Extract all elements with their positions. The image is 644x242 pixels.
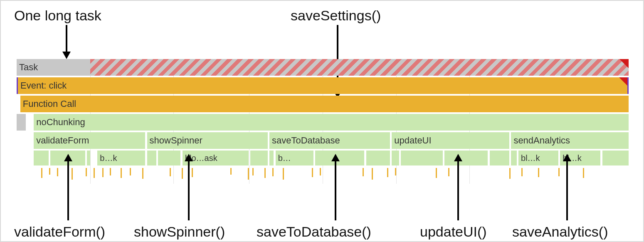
- sample-tick: [192, 168, 193, 177]
- leaf-bar[interactable]: [444, 151, 488, 165]
- task-label: Task: [19, 62, 38, 73]
- sample-tick: [94, 168, 95, 178]
- sample-tick: [72, 168, 73, 180]
- sample-tick: [252, 168, 254, 175]
- annotation-savetodatabase: saveToDatabase(): [257, 224, 371, 240]
- leaf-bar[interactable]: [511, 151, 516, 165]
- pre-gray-bar: [17, 114, 26, 131]
- svg-marker-1: [62, 52, 71, 59]
- function-bar-label: showSpinner: [150, 135, 202, 146]
- sample-tick: [395, 168, 396, 175]
- annotation-updateui: updateUI(): [420, 224, 487, 240]
- sample-tick: [121, 168, 122, 178]
- function-bar[interactable]: showSpinner: [147, 132, 268, 149]
- leaf-bar[interactable]: [158, 151, 180, 165]
- sample-tick: [248, 168, 249, 180]
- leaf-bar-label: bl…k: [521, 153, 540, 163]
- leaf-bar[interactable]: bl…k: [518, 151, 558, 165]
- leaf-bar[interactable]: [34, 151, 48, 165]
- sample-tick: [170, 168, 171, 176]
- sample-tick: [320, 168, 321, 175]
- function-bar-label: updateUI: [394, 135, 431, 146]
- task-row: Task: [17, 59, 629, 76]
- sample-tick: [86, 168, 87, 176]
- function-call-row: Function Call: [17, 96, 629, 112]
- sample-tick: [230, 168, 232, 175]
- sample-tick: [312, 168, 313, 177]
- annotation-save-settings: saveSettings(): [291, 7, 381, 24]
- function-bar-label: sendAnalytics: [513, 135, 570, 146]
- leaf-bar-label: b…: [278, 153, 291, 163]
- sample-tick: [583, 168, 584, 178]
- event-row: Event: click: [17, 77, 629, 94]
- leaf-bar[interactable]: [315, 151, 364, 165]
- leaf-bar[interactable]: [87, 151, 90, 165]
- arrow-down-icon: [58, 25, 75, 60]
- sample-tick: [110, 168, 111, 175]
- function-call-label: Function Call: [23, 99, 76, 109]
- leaf-bar[interactable]: [401, 151, 442, 165]
- leaf-bar[interactable]: [366, 151, 390, 165]
- function-bar[interactable]: updateUI: [392, 132, 509, 149]
- sample-tick: [558, 168, 560, 176]
- leaf-bar[interactable]: b…k: [97, 151, 145, 165]
- sample-tick: [182, 168, 183, 179]
- leaf-bar[interactable]: blo…ask: [183, 151, 249, 165]
- sample-tick: [538, 168, 539, 177]
- nochunking-bar[interactable]: noChunking: [34, 114, 629, 131]
- leaf-row: b…kblo…askb…bl…kbl…k: [17, 151, 629, 165]
- annotation-validateform: validateForm(): [14, 224, 105, 240]
- sample-tick: [363, 168, 364, 176]
- leaf-bar-label: blo…ask: [185, 153, 217, 163]
- leaf-bar[interactable]: b…: [276, 151, 313, 165]
- event-label: Event: click: [20, 80, 67, 91]
- leaf-bar[interactable]: bl…k: [560, 151, 600, 165]
- leaf-bar[interactable]: [50, 151, 85, 165]
- nochunking-label: noChunking: [36, 117, 85, 128]
- leaf-bar[interactable]: [490, 151, 509, 165]
- sample-tick: [448, 168, 449, 176]
- function-children-row: validateFormshowSpinnersaveToDatabaseupd…: [17, 132, 629, 149]
- sample-tick: [49, 168, 50, 175]
- sample-ticks: [17, 167, 629, 184]
- sample-tick: [264, 168, 266, 178]
- sample-tick: [272, 168, 274, 176]
- function-bar-label: saveToDatabase: [272, 135, 340, 146]
- leaf-bar-label: bl…k: [563, 153, 582, 163]
- sample-tick: [436, 168, 437, 178]
- sample-tick: [102, 168, 104, 177]
- leaf-bar[interactable]: [147, 151, 156, 165]
- annotation-one-long-task: One long task: [14, 7, 101, 24]
- function-call-bar[interactable]: Function Call: [20, 96, 629, 112]
- function-bar-label: validateForm: [36, 135, 89, 146]
- function-bar[interactable]: validateForm: [34, 132, 145, 149]
- sample-tick: [335, 168, 336, 179]
- profiler-diagram: One long task saveSettings() Task Event:…: [0, 0, 644, 242]
- sample-tick: [130, 168, 131, 175]
- task-long-hatched: [90, 59, 629, 76]
- leaf-bar-label: b…k: [100, 153, 117, 163]
- leaf-bar[interactable]: [269, 151, 274, 165]
- leaf-bar[interactable]: [602, 151, 629, 165]
- sample-tick: [509, 168, 511, 179]
- sample-tick: [41, 168, 42, 178]
- event-click-bar[interactable]: Event: click: [18, 77, 627, 94]
- sample-tick: [283, 168, 284, 180]
- flame-chart: Task Event: click Function Call noChunki…: [17, 59, 629, 184]
- function-bar[interactable]: saveToDatabase: [269, 132, 390, 149]
- sample-tick: [57, 168, 58, 176]
- sample-tick: [521, 168, 523, 176]
- sample-tick: [387, 168, 388, 177]
- warning-triangle-icon: [619, 59, 629, 68]
- annotation-showspinner: showSpinner(): [134, 224, 225, 240]
- annotation-saveanalytics: saveAnalytics(): [512, 224, 608, 240]
- leaf-bar[interactable]: [392, 151, 399, 165]
- warning-triangle-icon: [619, 77, 627, 86]
- leaf-bar[interactable]: [250, 151, 267, 165]
- function-bar[interactable]: sendAnalytics: [511, 132, 629, 149]
- sample-tick: [142, 168, 143, 179]
- sample-tick: [372, 168, 373, 180]
- nochunking-row: noChunking: [17, 114, 629, 131]
